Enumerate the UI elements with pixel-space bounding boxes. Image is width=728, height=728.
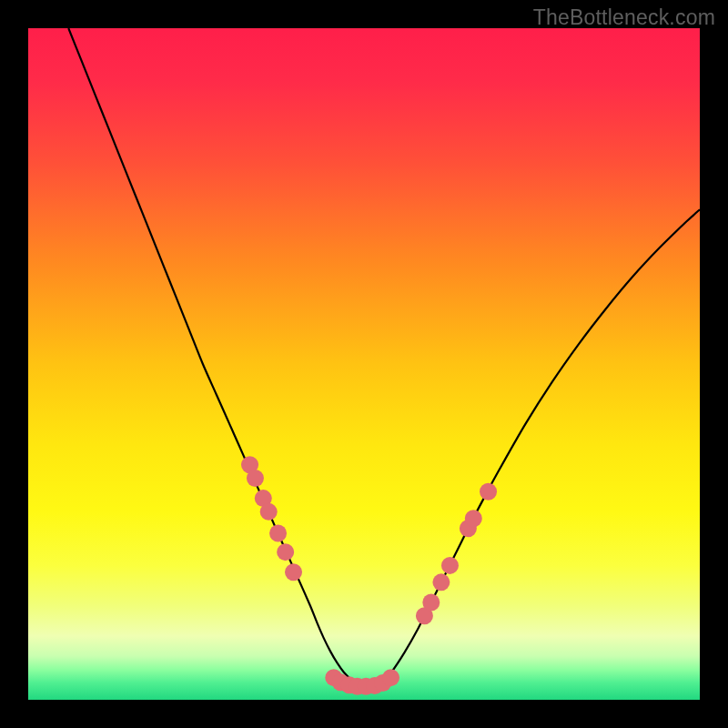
svg-rect-0 — [28, 28, 700, 700]
plot-area — [28, 28, 700, 700]
chart-root: TheBottleneck.com — [0, 0, 728, 728]
background-gradient — [28, 28, 700, 700]
watermark-text: TheBottleneck.com — [533, 5, 715, 30]
